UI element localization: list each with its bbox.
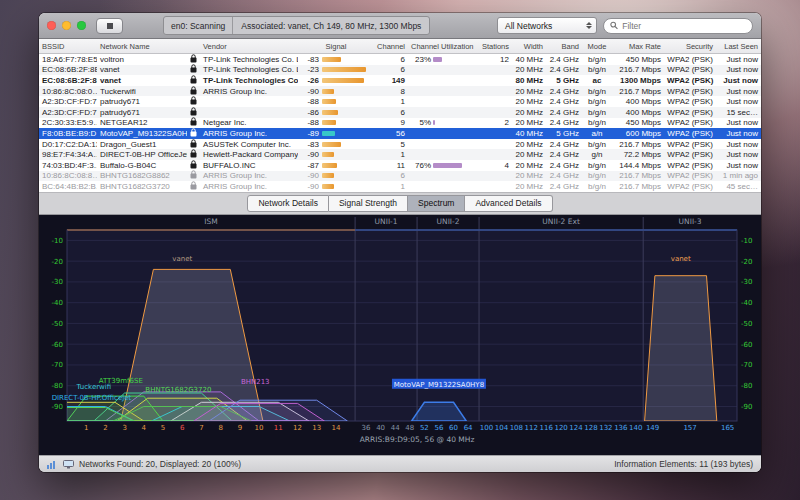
column-header[interactable]: Band [546, 42, 582, 51]
table-cell: F8:0B:BE:B9:D… [39, 129, 97, 138]
utilization-cell: 23% [408, 55, 476, 64]
table-cell: 20 MHz [512, 65, 546, 74]
table-cell: 216.7 Mbps [612, 87, 664, 96]
tab-signal-strength[interactable]: Signal Strength [329, 195, 408, 212]
channel-tick: 40 [376, 424, 385, 432]
table-row[interactable]: A2:3D:CF:FD:7…patrudy671-86620 MHz2.4 GH… [39, 107, 761, 118]
column-header[interactable]: BSSID [39, 42, 97, 51]
selected-bssid-caption: ARRIS:B9:D9:05, 56 @ 40 MHz [360, 435, 475, 444]
table-row[interactable]: 74:03:BD:4F:3…Buffalo-G-B04CBUFFALO.INC-… [39, 160, 761, 171]
table-cell: 6 [374, 108, 408, 117]
channel-tick: 44 [391, 424, 400, 432]
stop-scan-button[interactable] [96, 18, 123, 34]
table-cell: b/g/n [582, 140, 612, 149]
table-cell: Just now [716, 76, 761, 85]
table-cell: 20 MHz [512, 87, 546, 96]
table-cell: 56 [374, 129, 408, 138]
lock-icon [187, 160, 200, 171]
display-toggle-icon[interactable] [63, 460, 74, 469]
y-axis-label: -10 [52, 237, 63, 245]
lock-icon [187, 170, 200, 181]
table-cell: 11 [374, 161, 408, 170]
table-cell: WPA2 (PSK) [664, 108, 716, 117]
column-header[interactable]: Mode [582, 42, 612, 51]
signal-cell: -90 [298, 87, 374, 96]
channel-tick: 5 [161, 424, 165, 432]
column-header[interactable]: Max Rate [612, 42, 664, 51]
table-row[interactable]: 18:A6:F7:78:E5:…voltronTP-Link Technolog… [39, 54, 761, 65]
table-row[interactable]: EC:08:6B:2F:8B:…vanetTP-Link Technologie… [39, 65, 761, 76]
signal-meter-icon[interactable] [47, 460, 58, 469]
table-cell: a/n [582, 129, 612, 138]
minimize-button[interactable] [62, 21, 71, 30]
table-row[interactable]: F8:0B:BE:B9:D…MotoVAP_M91322SA0HY8ARRIS … [39, 128, 761, 139]
column-header[interactable]: Channel Utilization [408, 42, 476, 51]
column-header[interactable]: Last Seen [716, 42, 761, 51]
column-header[interactable]: Vendor [200, 42, 298, 51]
column-header[interactable]: Network Name [97, 42, 187, 51]
table-row[interactable]: 2C:30:33:E5:9…NETGEAR12Netgear Inc.-8895… [39, 118, 761, 129]
table-cell: Just now [716, 55, 761, 64]
table-row[interactable]: EC:08:6B:2F:8B:…vanetTP-Link Technologie… [39, 75, 761, 86]
table-cell: 216.7 Mbps [612, 171, 664, 180]
table-cell: 12 [476, 55, 512, 64]
table-cell: 20 MHz [512, 140, 546, 149]
utilization-cell: 5% [408, 118, 476, 127]
table-cell: b/g/n [582, 55, 612, 64]
status-bar: Networks Found: 20, Displayed: 20 (100%)… [39, 455, 761, 472]
table-cell: MotoVAP_M91322SA0HY8 [97, 129, 187, 138]
table-cell: 40 MHz [512, 129, 546, 138]
y-axis-label: -70 [52, 361, 63, 369]
tab-advanced-details[interactable]: Advanced Details [465, 195, 552, 212]
zoom-button[interactable] [77, 21, 86, 30]
lock-icon [187, 149, 200, 160]
column-header[interactable]: Signal [298, 42, 374, 51]
table-cell: 216.7 Mbps [612, 182, 664, 191]
lock-icon [187, 181, 200, 192]
tab-network-details[interactable]: Network Details [247, 195, 329, 212]
table-cell: TP-Link Technologies Co. Lt… [200, 55, 298, 64]
filter-input[interactable] [622, 21, 746, 31]
filter-field[interactable] [603, 18, 753, 34]
table-cell: 2 [476, 118, 512, 127]
table-cell: WPA2 (PSK) [664, 118, 716, 127]
table-cell: 74:03:BD:4F:3… [39, 161, 97, 170]
lock-icon [187, 96, 200, 107]
close-button[interactable] [47, 21, 56, 30]
table-row[interactable]: 10:86:8C:08:8…BHNTG1682G8862ARRIS Group … [39, 171, 761, 182]
lock-icon [187, 54, 200, 65]
networks-filter-dropdown[interactable]: All Networks [497, 17, 597, 34]
stop-icon [107, 23, 113, 29]
table-cell: ARRIS Group Inc. [200, 182, 298, 191]
table-row[interactable]: D0:17:C2:DA:13…Dragon_Guest1ASUSTeK Comp… [39, 139, 761, 150]
table-row[interactable]: BC:64:4B:B2:B…BHNTG1682G3720ARRIS Group … [39, 181, 761, 192]
channel-tick: 64 [464, 424, 473, 432]
column-header[interactable]: Width [512, 42, 546, 51]
table-cell: b/g/n [582, 118, 612, 127]
table-row[interactable]: 10:86:8C:08:0…TuckerwifiARRIS Group Inc.… [39, 86, 761, 97]
table-row[interactable]: A2:3D:CF:FD:7…patrudy671-88120 MHz2.4 GH… [39, 96, 761, 107]
column-header[interactable]: Security [664, 42, 716, 51]
table-cell: WPA2 (PSK) [664, 161, 716, 170]
table-cell: Just now [716, 65, 761, 74]
signal-cell: -90 [298, 171, 374, 180]
column-header[interactable]: Channel [374, 42, 408, 51]
channel-tick: 9 [238, 424, 242, 432]
table-cell: g/n [582, 150, 612, 159]
table-row[interactable]: 98:E7:F4:34:A…DIRECT-0B-HP OfficeJet…Hew… [39, 149, 761, 160]
column-header[interactable]: Stations [476, 42, 512, 51]
lock-icon [187, 117, 200, 128]
table-cell: BHNTG1682G3720 [97, 182, 187, 191]
table-cell: 18:A6:F7:78:E5:… [39, 55, 97, 64]
band-label: UNII-3 [679, 217, 702, 226]
band-label: UNII-1 [375, 217, 398, 226]
table-cell: 216.7 Mbps [612, 140, 664, 149]
table-cell: DIRECT-0B-HP OfficeJet… [97, 150, 187, 159]
tab-spectrum[interactable]: Spectrum [408, 195, 465, 212]
y-axis-label: -20 [741, 258, 752, 266]
spectrum-label: BHN213 [241, 378, 270, 386]
table-cell: patrudy671 [97, 108, 187, 117]
spectrum-label: vanet [172, 255, 192, 263]
spectrum-svg: -10-10-20-20-30-30-40-40-50-50-60-60-70-… [43, 215, 757, 455]
spectrum-network-vanet[interactable] [645, 276, 717, 421]
